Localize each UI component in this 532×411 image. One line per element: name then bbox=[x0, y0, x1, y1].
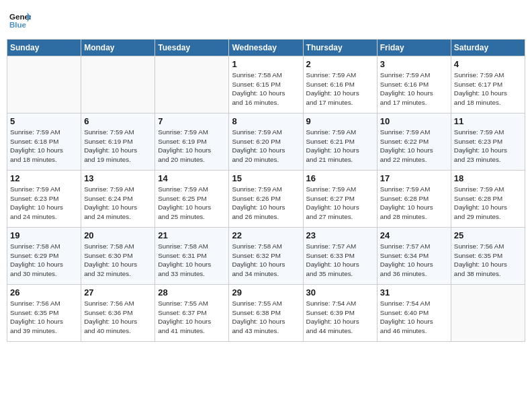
calendar-cell: 18Sunrise: 7:59 AM Sunset: 6:28 PM Dayli… bbox=[451, 171, 525, 228]
header-monday: Monday bbox=[81, 40, 155, 56]
day-info: Sunrise: 7:59 AM Sunset: 6:27 PM Dayligh… bbox=[306, 185, 374, 222]
week-row-2: 5Sunrise: 7:59 AM Sunset: 6:18 PM Daylig… bbox=[7, 113, 525, 171]
calendar-cell: 25Sunrise: 7:56 AM Sunset: 6:35 PM Dayli… bbox=[451, 228, 525, 285]
day-number: 10 bbox=[380, 116, 448, 126]
day-number: 25 bbox=[454, 230, 522, 240]
day-number: 7 bbox=[158, 116, 226, 126]
calendar-cell: 2Sunrise: 7:59 AM Sunset: 6:16 PM Daylig… bbox=[303, 56, 377, 113]
day-info: Sunrise: 7:59 AM Sunset: 6:17 PM Dayligh… bbox=[454, 71, 522, 107]
day-number: 23 bbox=[306, 230, 374, 240]
day-info: Sunrise: 7:56 AM Sunset: 6:36 PM Dayligh… bbox=[84, 299, 152, 336]
day-info: Sunrise: 7:59 AM Sunset: 6:16 PM Dayligh… bbox=[380, 71, 448, 107]
day-info: Sunrise: 7:59 AM Sunset: 6:19 PM Dayligh… bbox=[84, 128, 152, 165]
calendar-cell: 11Sunrise: 7:59 AM Sunset: 6:23 PM Dayli… bbox=[451, 113, 525, 171]
calendar-cell: 23Sunrise: 7:57 AM Sunset: 6:33 PM Dayli… bbox=[303, 228, 377, 285]
day-info: Sunrise: 7:59 AM Sunset: 6:21 PM Dayligh… bbox=[306, 128, 374, 165]
day-number: 22 bbox=[232, 230, 300, 240]
week-row-1: 1Sunrise: 7:58 AM Sunset: 6:15 PM Daylig… bbox=[7, 56, 525, 113]
page-header: General Blue bbox=[7, 7, 525, 34]
header-sunday: Sunday bbox=[7, 40, 81, 56]
day-number: 18 bbox=[454, 173, 522, 183]
calendar-cell: 16Sunrise: 7:59 AM Sunset: 6:27 PM Dayli… bbox=[303, 171, 377, 228]
calendar-cell bbox=[451, 285, 525, 342]
day-number: 15 bbox=[232, 173, 300, 183]
week-row-3: 12Sunrise: 7:59 AM Sunset: 6:23 PM Dayli… bbox=[7, 171, 525, 228]
calendar-cell: 15Sunrise: 7:59 AM Sunset: 6:26 PM Dayli… bbox=[229, 171, 303, 228]
calendar-cell bbox=[7, 56, 81, 113]
day-number: 8 bbox=[232, 116, 300, 126]
calendar-cell: 1Sunrise: 7:58 AM Sunset: 6:15 PM Daylig… bbox=[229, 56, 303, 113]
day-info: Sunrise: 7:59 AM Sunset: 6:24 PM Dayligh… bbox=[84, 185, 152, 222]
day-number: 1 bbox=[232, 59, 300, 69]
calendar-cell: 29Sunrise: 7:55 AM Sunset: 6:38 PM Dayli… bbox=[229, 285, 303, 342]
logo-icon: General Blue bbox=[9, 11, 31, 30]
day-number: 13 bbox=[84, 173, 152, 183]
day-number: 27 bbox=[84, 287, 152, 298]
calendar-cell bbox=[81, 56, 155, 113]
day-info: Sunrise: 7:58 AM Sunset: 6:30 PM Dayligh… bbox=[84, 242, 152, 279]
calendar-cell: 30Sunrise: 7:54 AM Sunset: 6:39 PM Dayli… bbox=[303, 285, 377, 342]
day-info: Sunrise: 7:55 AM Sunset: 6:38 PM Dayligh… bbox=[232, 299, 300, 336]
day-info: Sunrise: 7:59 AM Sunset: 6:23 PM Dayligh… bbox=[454, 128, 522, 165]
calendar-cell: 22Sunrise: 7:58 AM Sunset: 6:32 PM Dayli… bbox=[229, 228, 303, 285]
day-number: 31 bbox=[380, 287, 448, 298]
day-number: 14 bbox=[158, 173, 226, 183]
header-friday: Friday bbox=[377, 40, 451, 56]
calendar-cell: 21Sunrise: 7:58 AM Sunset: 6:31 PM Dayli… bbox=[155, 228, 229, 285]
day-info: Sunrise: 7:59 AM Sunset: 6:26 PM Dayligh… bbox=[232, 185, 300, 222]
day-info: Sunrise: 7:59 AM Sunset: 6:22 PM Dayligh… bbox=[380, 128, 448, 165]
day-number: 26 bbox=[10, 287, 78, 298]
calendar-cell: 4Sunrise: 7:59 AM Sunset: 6:17 PM Daylig… bbox=[451, 56, 525, 113]
calendar-cell: 24Sunrise: 7:57 AM Sunset: 6:34 PM Dayli… bbox=[377, 228, 451, 285]
day-number: 28 bbox=[158, 287, 226, 298]
calendar-cell: 17Sunrise: 7:59 AM Sunset: 6:28 PM Dayli… bbox=[377, 171, 451, 228]
day-info: Sunrise: 7:58 AM Sunset: 6:29 PM Dayligh… bbox=[10, 242, 78, 279]
calendar-cell: 10Sunrise: 7:59 AM Sunset: 6:22 PM Dayli… bbox=[377, 113, 451, 171]
day-info: Sunrise: 7:56 AM Sunset: 6:35 PM Dayligh… bbox=[454, 242, 522, 279]
day-info: Sunrise: 7:59 AM Sunset: 6:18 PM Dayligh… bbox=[10, 128, 78, 165]
calendar-body: 1Sunrise: 7:58 AM Sunset: 6:15 PM Daylig… bbox=[7, 56, 525, 342]
day-info: Sunrise: 7:59 AM Sunset: 6:25 PM Dayligh… bbox=[158, 185, 226, 222]
calendar-cell: 27Sunrise: 7:56 AM Sunset: 6:36 PM Dayli… bbox=[81, 285, 155, 342]
calendar-cell: 31Sunrise: 7:54 AM Sunset: 6:40 PM Dayli… bbox=[377, 285, 451, 342]
day-info: Sunrise: 7:57 AM Sunset: 6:34 PM Dayligh… bbox=[380, 242, 448, 279]
day-info: Sunrise: 7:59 AM Sunset: 6:28 PM Dayligh… bbox=[380, 185, 448, 222]
day-info: Sunrise: 7:59 AM Sunset: 6:23 PM Dayligh… bbox=[10, 185, 78, 222]
weekday-header-row: Sunday Monday Tuesday Wednesday Thursday… bbox=[7, 40, 525, 56]
day-number: 29 bbox=[232, 287, 300, 298]
day-info: Sunrise: 7:59 AM Sunset: 6:20 PM Dayligh… bbox=[232, 128, 300, 165]
day-number: 17 bbox=[380, 173, 448, 183]
day-number: 21 bbox=[158, 230, 226, 240]
day-info: Sunrise: 7:58 AM Sunset: 6:31 PM Dayligh… bbox=[158, 242, 226, 279]
header-saturday: Saturday bbox=[451, 40, 525, 56]
calendar-cell: 3Sunrise: 7:59 AM Sunset: 6:16 PM Daylig… bbox=[377, 56, 451, 113]
calendar-cell: 14Sunrise: 7:59 AM Sunset: 6:25 PM Dayli… bbox=[155, 171, 229, 228]
calendar-cell: 19Sunrise: 7:58 AM Sunset: 6:29 PM Dayli… bbox=[7, 228, 81, 285]
day-info: Sunrise: 7:59 AM Sunset: 6:19 PM Dayligh… bbox=[158, 128, 226, 165]
calendar-cell: 9Sunrise: 7:59 AM Sunset: 6:21 PM Daylig… bbox=[303, 113, 377, 171]
header-wednesday: Wednesday bbox=[229, 40, 303, 56]
week-row-5: 26Sunrise: 7:56 AM Sunset: 6:35 PM Dayli… bbox=[7, 285, 525, 342]
day-info: Sunrise: 7:58 AM Sunset: 6:32 PM Dayligh… bbox=[232, 242, 300, 279]
calendar-cell: 26Sunrise: 7:56 AM Sunset: 6:35 PM Dayli… bbox=[7, 285, 81, 342]
day-number: 4 bbox=[454, 59, 522, 69]
day-number: 2 bbox=[306, 59, 374, 69]
day-number: 19 bbox=[10, 230, 78, 240]
calendar-table: Sunday Monday Tuesday Wednesday Thursday… bbox=[7, 39, 525, 342]
calendar-cell: 28Sunrise: 7:55 AM Sunset: 6:37 PM Dayli… bbox=[155, 285, 229, 342]
day-number: 12 bbox=[10, 173, 78, 183]
day-number: 3 bbox=[380, 59, 448, 69]
day-info: Sunrise: 7:59 AM Sunset: 6:28 PM Dayligh… bbox=[454, 185, 522, 222]
day-number: 9 bbox=[306, 116, 374, 126]
day-info: Sunrise: 7:59 AM Sunset: 6:16 PM Dayligh… bbox=[306, 71, 374, 107]
day-number: 6 bbox=[84, 116, 152, 126]
day-number: 20 bbox=[84, 230, 152, 240]
calendar-cell: 5Sunrise: 7:59 AM Sunset: 6:18 PM Daylig… bbox=[7, 113, 81, 171]
calendar-cell: 8Sunrise: 7:59 AM Sunset: 6:20 PM Daylig… bbox=[229, 113, 303, 171]
day-info: Sunrise: 7:55 AM Sunset: 6:37 PM Dayligh… bbox=[158, 299, 226, 336]
logo: General Blue bbox=[9, 11, 31, 30]
day-info: Sunrise: 7:54 AM Sunset: 6:39 PM Dayligh… bbox=[306, 299, 374, 336]
day-number: 16 bbox=[306, 173, 374, 183]
day-number: 24 bbox=[380, 230, 448, 240]
calendar-cell: 7Sunrise: 7:59 AM Sunset: 6:19 PM Daylig… bbox=[155, 113, 229, 171]
